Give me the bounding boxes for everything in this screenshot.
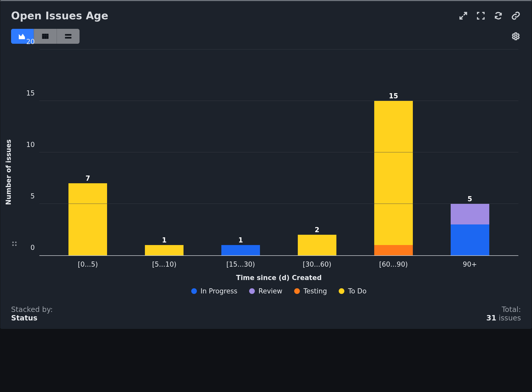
bar-slot: 7 bbox=[50, 183, 126, 255]
bar-slot: 2 bbox=[279, 235, 355, 255]
legend-label: Review bbox=[258, 287, 282, 295]
view-toggle bbox=[11, 29, 80, 44]
gridline bbox=[39, 152, 518, 152]
panel-title: Open Issues Age bbox=[11, 10, 108, 22]
stacked-by: Stacked by: Status bbox=[11, 305, 53, 322]
legend-item[interactable]: To Do bbox=[339, 287, 367, 295]
toolbar bbox=[11, 29, 521, 44]
bar-segment[interactable] bbox=[221, 245, 260, 255]
bar-slot: 15 bbox=[355, 101, 432, 255]
y-axis-label: Number of issues bbox=[5, 139, 12, 205]
bar-total-label: 2 bbox=[315, 226, 319, 234]
bar-total-label: 1 bbox=[238, 236, 243, 244]
settings-icon[interactable] bbox=[511, 31, 521, 41]
bar-segment[interactable] bbox=[451, 204, 489, 224]
link-icon[interactable] bbox=[511, 11, 521, 21]
x-axis-label: Time since (d) Created bbox=[39, 274, 518, 282]
total-value-line: 31 issues bbox=[486, 314, 521, 322]
refresh-icon[interactable] bbox=[493, 11, 503, 21]
y-tick: 10 bbox=[26, 141, 35, 149]
bar[interactable]: 2 bbox=[298, 235, 336, 255]
chart-area: Number of issues 7112155 05101520 [0...5… bbox=[11, 49, 521, 295]
y-tick: 15 bbox=[26, 89, 35, 97]
total-value: 31 bbox=[486, 314, 496, 322]
bar[interactable]: 15 bbox=[374, 101, 413, 255]
bar-segment[interactable] bbox=[298, 235, 336, 255]
x-tick: [15...30) bbox=[203, 260, 279, 268]
bar-segment[interactable] bbox=[451, 224, 489, 255]
x-tick: [30...60) bbox=[279, 260, 355, 268]
legend-item[interactable]: Testing bbox=[294, 287, 327, 295]
drag-handle-icon[interactable] bbox=[12, 241, 17, 247]
y-tick: 5 bbox=[30, 192, 35, 200]
fullscreen-icon[interactable] bbox=[476, 11, 486, 21]
gridline bbox=[39, 49, 518, 49]
bar-total-label: 7 bbox=[85, 175, 90, 182]
bar-total-label: 1 bbox=[162, 236, 167, 244]
view-table-button[interactable] bbox=[34, 29, 57, 44]
panel-footer: Stacked by: Status Total: 31 issues bbox=[11, 305, 521, 322]
header-actions bbox=[458, 11, 521, 21]
plot-area: 7112155 05101520 bbox=[39, 49, 518, 256]
x-ticks: [0...5)[5...10)[15...30)[30...60)[60...9… bbox=[39, 256, 518, 268]
bar[interactable]: 1 bbox=[221, 245, 260, 255]
x-tick: [60...90) bbox=[355, 260, 432, 268]
total-label: Total: bbox=[486, 305, 521, 314]
y-tick: 20 bbox=[26, 38, 35, 46]
horizontal-scrollbar[interactable] bbox=[0, 327, 532, 329]
bar-segment[interactable] bbox=[374, 101, 413, 245]
svg-point-6 bbox=[15, 242, 17, 243]
legend-swatch bbox=[294, 288, 300, 294]
legend-swatch bbox=[191, 288, 197, 294]
svg-point-4 bbox=[66, 37, 67, 38]
bar[interactable]: 7 bbox=[68, 183, 107, 255]
bar-total-label: 5 bbox=[468, 195, 472, 203]
svg-rect-0 bbox=[42, 34, 49, 39]
chart-panel: Open Issues Age bbox=[0, 0, 532, 329]
legend-label: Testing bbox=[303, 287, 327, 295]
legend-swatch bbox=[339, 288, 344, 294]
gridline bbox=[39, 204, 518, 204]
legend-swatch bbox=[249, 288, 255, 294]
svg-point-3 bbox=[66, 34, 67, 35]
collapse-icon[interactable] bbox=[458, 11, 468, 21]
x-tick: [5...10) bbox=[126, 260, 203, 268]
bar-slot: 1 bbox=[203, 245, 279, 255]
bar-slot: 1 bbox=[126, 245, 203, 255]
svg-point-8 bbox=[15, 245, 17, 246]
bar-slot: 5 bbox=[432, 204, 508, 255]
stacked-by-value: Status bbox=[11, 314, 53, 322]
bars-container: 7112155 bbox=[39, 49, 518, 255]
legend-item[interactable]: In Progress bbox=[191, 287, 237, 295]
x-tick: 90+ bbox=[432, 260, 508, 268]
total-suffix: issues bbox=[496, 314, 521, 322]
legend-label: In Progress bbox=[200, 287, 237, 295]
gridline bbox=[39, 101, 518, 101]
bar-segment[interactable] bbox=[68, 183, 107, 255]
legend: In ProgressReviewTestingTo Do bbox=[39, 287, 518, 295]
y-tick: 0 bbox=[30, 244, 35, 251]
bar-segment[interactable] bbox=[145, 245, 184, 255]
bar-total-label: 15 bbox=[389, 92, 398, 100]
legend-label: To Do bbox=[348, 287, 367, 295]
stacked-by-label: Stacked by: bbox=[11, 305, 53, 314]
svg-point-5 bbox=[12, 242, 14, 243]
panel-header: Open Issues Age bbox=[11, 10, 521, 22]
bar[interactable]: 1 bbox=[145, 245, 184, 255]
bar[interactable]: 5 bbox=[451, 204, 489, 255]
bar-segment[interactable] bbox=[374, 245, 413, 255]
total: Total: 31 issues bbox=[486, 305, 521, 322]
legend-item[interactable]: Review bbox=[249, 287, 282, 295]
svg-point-7 bbox=[12, 245, 14, 246]
view-list-button[interactable] bbox=[57, 29, 80, 44]
x-tick: [0...5) bbox=[50, 260, 126, 268]
